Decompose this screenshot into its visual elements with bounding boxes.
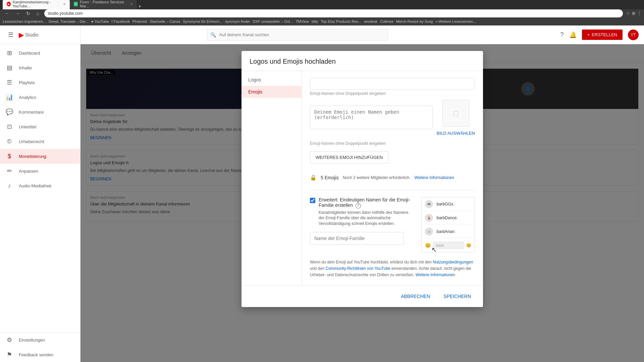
add-emoji-button[interactable]: WEITERES EMOJI HINZUFÜGEN <box>310 151 388 164</box>
family-preview: 🎮 :barbGGs: 💃 :barbDance: <box>421 197 475 252</box>
bookmarks-bar: Lesezeichen importieren... DeepL Transla… <box>0 17 644 25</box>
feedback-label: Feedback senden <box>19 352 53 357</box>
emoji-family-checkbox[interactable] <box>310 198 315 203</box>
app: ☰ ▶ Studio ⊞ Dashboard ▤ Inhalte ☰ Playl… <box>0 25 644 362</box>
tab-favicon-youtube: ▶ <box>7 2 11 6</box>
fiverr-tab[interactable]: Fi Fiverr - Freelance Services Mar... ✕ <box>70 0 137 9</box>
first-emoji-input-wrapper <box>310 78 475 90</box>
modal-sidebar-logos[interactable]: Logos <box>241 74 302 86</box>
menu-icon[interactable]: ⋮ <box>637 11 641 16</box>
einstellungen-label: Einstellungen <box>19 338 45 343</box>
new-tab-button[interactable]: + <box>138 3 141 9</box>
checkbox-sub-label: Kanalmitglieder können dann mithilfe des… <box>319 210 415 227</box>
cancel-button[interactable]: ABBRECHEN <box>397 291 434 302</box>
reload-button[interactable]: ↻ <box>24 10 32 17</box>
bookmark-synonym[interactable]: synonym finder <box>225 19 250 23</box>
cursor-overlay: ↖ <box>431 246 475 254</box>
emoji-avatar-3: ⚔ <box>425 228 433 236</box>
active-tab[interactable]: ▶ Kanalmonetarisierung - YouTube... ✕ <box>3 0 70 9</box>
modal-sidebar-emojis[interactable]: Emojis <box>241 86 302 98</box>
family-name-input[interactable] <box>310 232 404 245</box>
bookmark-tmview[interactable]: TMView <box>296 19 309 23</box>
bookmark-youtube[interactable]: ● YouTube <box>91 19 109 23</box>
playlists-icon: ☰ <box>5 78 13 86</box>
modal-overlay: Logos und Emojis hochladen Logos Emojis <box>80 44 644 362</box>
combined-left: Erweitert: Eindeutigen Namen für die Emo… <box>310 197 415 245</box>
sidebar-item-audio[interactable]: ♪ Audio-Mediathek <box>0 178 80 193</box>
extensions-icon[interactable]: ⊞ <box>632 11 635 16</box>
bookmark-synonyme[interactable]: Synonyme für Einhorn... <box>183 19 222 23</box>
save-button[interactable]: SPEICHERN <box>439 291 475 302</box>
select-image-button[interactable]: WEITERES EMOJI HINZUFÜGEN BILD AUSWÄHLEN <box>437 131 475 136</box>
sidebar-item-feedback[interactable]: ⚑ Feedback senden <box>0 347 80 362</box>
terms-link-community[interactable]: Community-Richtlinien von YouTube <box>326 266 390 271</box>
bookmark-sevdesk[interactable]: sevdesk <box>364 19 377 23</box>
forward-button[interactable]: → <box>13 10 22 17</box>
sidebar-item-monetarisierung[interactable]: $ Monetisierung <box>0 149 80 164</box>
audio-icon: ♪ <box>5 182 13 190</box>
family-preview-panel: 🎮 :barbGGs: 💃 :barbDance: <box>421 197 475 254</box>
sidebar-item-dashboard[interactable]: ⊞ Dashboard <box>0 46 80 60</box>
tab-favicon-fiverr: Fi <box>74 2 78 6</box>
bookmark-collmex[interactable]: Collmex <box>380 19 393 23</box>
sidebar: ☰ ▶ Studio ⊞ Dashboard ▤ Inhalte ☰ Playl… <box>0 25 80 362</box>
tab-close-fiverr[interactable]: ✕ <box>130 2 133 6</box>
sidebar-bottom: ⚙ Einstellungen ⚑ Feedback senden <box>0 332 80 362</box>
sidebar-item-inhalte[interactable]: ▤ Inhalte <box>0 60 80 75</box>
bookmark-bitly[interactable]: bitly <box>312 19 318 23</box>
notifications-icon[interactable]: 🔔 <box>569 31 577 39</box>
modal-title: Logos und Emojis hochladen <box>250 58 475 65</box>
browser-bar: ← → ↻ ⌂ studio.youtube.com ☆ ⊞ ⋮ <box>0 9 644 17</box>
combined-section: Erweitert: Eindeutigen Namen für die Emo… <box>310 197 475 254</box>
bookmark-deepl[interactable]: DeepL Translate – Der... <box>49 19 89 23</box>
bookmark-more[interactable]: » Weitere Lesezeichen... <box>435 19 476 23</box>
modal-body: Logos Emojis Emoji-Namen ohne Doppelpunk… <box>241 71 483 285</box>
preview-avatar-icon: 😊 <box>425 243 431 248</box>
address-bar[interactable]: studio.youtube.com <box>44 9 623 17</box>
create-label: ERSTELLEN <box>592 32 617 37</box>
help-icon-checkbox[interactable]: ? <box>356 203 361 208</box>
bookmark-pinterest[interactable]: Pinterest <box>132 19 147 23</box>
star-icon[interactable]: ☆ <box>626 11 630 16</box>
main-content: 🔍 ? 🔔 + ERSTELLEN YT Übersicht <box>80 25 644 362</box>
sidebar-item-analytics[interactable]: 📊 Analytics <box>0 90 80 105</box>
inhalte-label: Inhalte <box>19 65 32 70</box>
sidebar-item-untertitel[interactable]: ⊡ Untertitel <box>0 119 80 134</box>
tab-close-btn[interactable]: ✕ <box>63 2 66 6</box>
create-button[interactable]: + ERSTELLEN <box>582 29 623 40</box>
dashboard-icon: ⊞ <box>5 49 13 57</box>
bookmark-merch[interactable]: Merch Resize by Greg <box>396 19 433 23</box>
help-icon[interactable]: ? <box>560 31 564 38</box>
bookmark-import[interactable]: Lesezeichen importieren... <box>3 19 46 23</box>
bookmark-dxf[interactable]: DXF umwandeln – Onl... <box>253 19 293 23</box>
terms-link-more[interactable]: Weitere Informationen <box>416 273 455 277</box>
sidebar-item-kommentare[interactable]: 💬 Kommentare <box>0 105 80 119</box>
divider <box>310 190 475 190</box>
studio-text: Studio <box>25 32 39 38</box>
home-button[interactable]: ⌂ <box>34 10 41 17</box>
yt-studio-logo: ▶ Studio <box>19 31 39 39</box>
sidebar-item-einstellungen[interactable]: ⚙ Einstellungen <box>0 333 80 347</box>
modal-logos-emojis: Logos und Emojis hochladen Logos Emojis <box>241 51 483 307</box>
user-avatar[interactable]: YT <box>628 29 639 40</box>
add-emoji-section: WEITERES EMOJI HINZUFÜGEN <box>310 151 475 164</box>
terms-link-nutzung[interactable]: Nutzungsbedingungen <box>433 260 473 264</box>
nav-section: ⊞ Dashboard ▤ Inhalte ☰ Playlists 📊 Anal… <box>0 44 80 194</box>
sidebar-item-playlists[interactable]: ☰ Playlists <box>0 75 80 90</box>
bookmark-facebook[interactable]: f Facebook <box>112 19 130 23</box>
search-input[interactable] <box>207 29 388 41</box>
checkbox-labels: Erweitert: Eindeutigen Namen für die Emo… <box>319 197 415 227</box>
bookmark-etsy[interactable]: Top Etsy Products Res... <box>321 19 361 23</box>
sidebar-item-anpassen[interactable]: ✏ Anpassen <box>0 164 80 178</box>
header-right: ? 🔔 + ERSTELLEN YT <box>560 29 638 40</box>
terms-text: Wenn du dein Emoji auf YouTube hochlädst… <box>310 259 475 279</box>
kommentare-label: Kommentare <box>19 110 44 115</box>
lock-icon: 🔒 <box>310 174 317 181</box>
back-button[interactable]: ← <box>3 10 11 17</box>
emoji-name-input[interactable] <box>310 106 433 129</box>
bookmark-canva[interactable]: Startseite – Canva <box>150 19 180 23</box>
emoji-more-link[interactable]: Weitere Informationen <box>415 175 454 180</box>
sidebar-item-urheberrecht[interactable]: © Urheberrecht <box>0 134 80 149</box>
search-icon: 🔍 <box>210 32 216 38</box>
hamburger-menu[interactable]: ☰ <box>5 28 16 41</box>
